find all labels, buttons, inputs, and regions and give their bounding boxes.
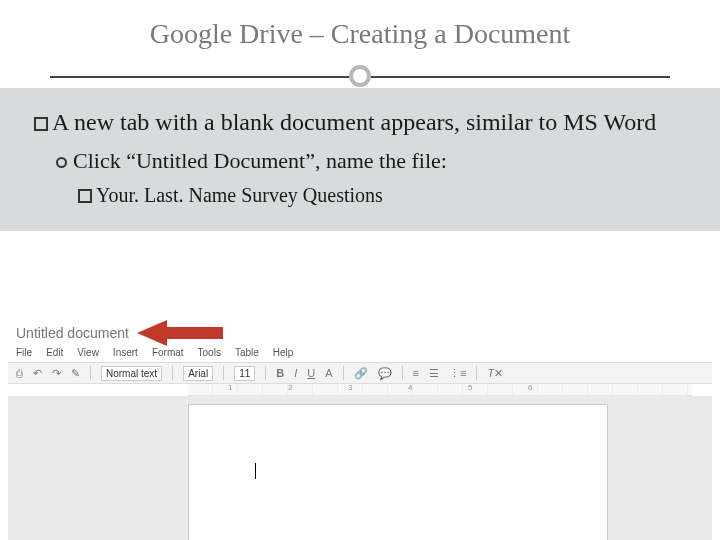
bulleted-list-icon[interactable]: ⋮≡ (449, 367, 466, 380)
italic-button[interactable]: I (294, 367, 297, 379)
align-left-icon[interactable]: ≡ (413, 367, 419, 379)
ruler-mark: 4 (408, 383, 412, 392)
arrow-head-icon (137, 320, 167, 346)
toolbar-separator (343, 366, 344, 380)
menu-tools[interactable]: Tools (198, 347, 221, 358)
toolbar-separator (476, 366, 477, 380)
circle-bullet-icon (56, 157, 67, 168)
undo-icon[interactable]: ↶ (33, 367, 42, 380)
doc-title-row: Untitled document (8, 320, 712, 344)
ruler-mark: 1 (228, 383, 232, 392)
print-icon[interactable]: ⎙ (16, 367, 23, 379)
menu-table[interactable]: Table (235, 347, 259, 358)
menu-help[interactable]: Help (273, 347, 294, 358)
toolbar-separator (265, 366, 266, 380)
square-bullet-icon (34, 117, 48, 131)
menu-file[interactable]: File (16, 347, 32, 358)
doc-toolbar: ⎙ ↶ ↷ ✎ Normal text Arial 11 B I U A 🔗 💬… (8, 362, 712, 384)
text-color-button[interactable]: A (325, 367, 332, 379)
slide: Google Drive – Creating a Document A new… (0, 0, 720, 540)
font-select[interactable]: Arial (183, 366, 213, 381)
bullet-level-2: Click “Untitled Document”, name the file… (56, 146, 686, 177)
divider-circle-icon (349, 65, 371, 87)
toolbar-separator (90, 366, 91, 380)
toolbar-separator (223, 366, 224, 380)
ruler-mark: 3 (348, 383, 352, 392)
bold-button[interactable]: B (276, 367, 284, 379)
paint-format-icon[interactable]: ✎ (71, 367, 80, 380)
ruler-mark: 2 (288, 383, 292, 392)
menu-edit[interactable]: Edit (46, 347, 63, 358)
square-bullet-icon (78, 189, 92, 203)
clear-formatting-icon[interactable]: T✕ (487, 367, 503, 380)
doc-ruler[interactable]: 1 2 3 4 5 6 (188, 384, 692, 396)
line-spacing-icon[interactable]: ☰ (429, 367, 439, 380)
comment-icon[interactable]: 💬 (378, 367, 392, 380)
red-arrow-icon (137, 322, 223, 344)
underline-button[interactable]: U (307, 367, 315, 379)
link-icon[interactable]: 🔗 (354, 367, 368, 380)
docs-screenshot: Untitled document File Edit View Insert … (8, 320, 712, 540)
menu-insert[interactable]: Insert (113, 347, 138, 358)
toolbar-separator (172, 366, 173, 380)
bullet-level-1: A new tab with a blank document appears,… (34, 106, 686, 138)
title-divider (50, 64, 670, 88)
bullet-level-3: Your. Last. Name Survey Questions (78, 181, 686, 209)
style-select[interactable]: Normal text (101, 366, 162, 381)
ruler-mark: 6 (528, 383, 532, 392)
slide-title: Google Drive – Creating a Document (40, 18, 680, 50)
menu-view[interactable]: View (77, 347, 99, 358)
title-area: Google Drive – Creating a Document (0, 0, 720, 88)
bullet-l2-text: Click “Untitled Document”, name the file… (73, 148, 447, 173)
redo-icon[interactable]: ↷ (52, 367, 61, 380)
font-size-select[interactable]: 11 (234, 366, 255, 381)
bullet-l1-text: A new tab with a blank document appears,… (52, 109, 656, 135)
doc-title[interactable]: Untitled document (16, 325, 129, 341)
doc-menu-bar: File Edit View Insert Format Tools Table… (8, 344, 712, 362)
toolbar-separator (402, 366, 403, 380)
arrow-body-icon (167, 327, 223, 339)
menu-format[interactable]: Format (152, 347, 184, 358)
doc-canvas (8, 396, 712, 540)
ruler-mark: 5 (468, 383, 472, 392)
bullet-l3-text: Your. Last. Name Survey Questions (96, 184, 383, 206)
text-cursor-icon (255, 463, 256, 479)
slide-body: A new tab with a blank document appears,… (0, 88, 720, 231)
doc-page[interactable] (188, 404, 608, 540)
